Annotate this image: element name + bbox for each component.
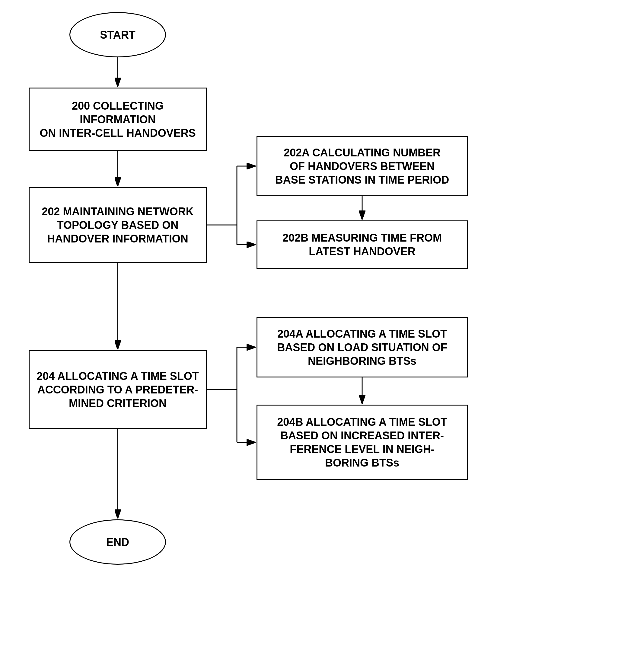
end-node: END bbox=[69, 520, 166, 565]
node-202b-label: 202B MEASURING TIME FROM LATEST HANDOVER bbox=[282, 231, 442, 258]
node-200: 200 COLLECTING INFORMATION ON INTER-CELL… bbox=[29, 88, 207, 151]
node-204b-label: 204B ALLOCATING A TIME SLOT BASED ON INC… bbox=[277, 415, 447, 469]
start-node: START bbox=[69, 12, 166, 58]
diagram-container: START 200 COLLECTING INFORMATION ON INTE… bbox=[0, 0, 644, 661]
node-204a-label: 204A ALLOCATING A TIME SLOT BASED ON LOA… bbox=[277, 327, 447, 368]
start-label: START bbox=[100, 28, 135, 42]
node-202: 202 MAINTAINING NETWORK TOPOLOGY BASED O… bbox=[29, 187, 207, 263]
node-204-label: 204 ALLOCATING A TIME SLOT ACCORDING TO … bbox=[37, 369, 199, 410]
node-204b: 204B ALLOCATING A TIME SLOT BASED ON INC… bbox=[256, 405, 468, 480]
node-202-label: 202 MAINTAINING NETWORK TOPOLOGY BASED O… bbox=[42, 205, 193, 245]
node-202a: 202A CALCULATING NUMBER OF HANDOVERS BET… bbox=[256, 136, 468, 196]
end-label: END bbox=[106, 535, 129, 549]
node-200-label: 200 COLLECTING INFORMATION ON INTER-CELL… bbox=[32, 99, 203, 140]
node-204a: 204A ALLOCATING A TIME SLOT BASED ON LOA… bbox=[256, 317, 468, 377]
node-202b: 202B MEASURING TIME FROM LATEST HANDOVER bbox=[256, 220, 468, 269]
node-202a-label: 202A CALCULATING NUMBER OF HANDOVERS BET… bbox=[275, 146, 450, 186]
node-204: 204 ALLOCATING A TIME SLOT ACCORDING TO … bbox=[29, 350, 207, 429]
